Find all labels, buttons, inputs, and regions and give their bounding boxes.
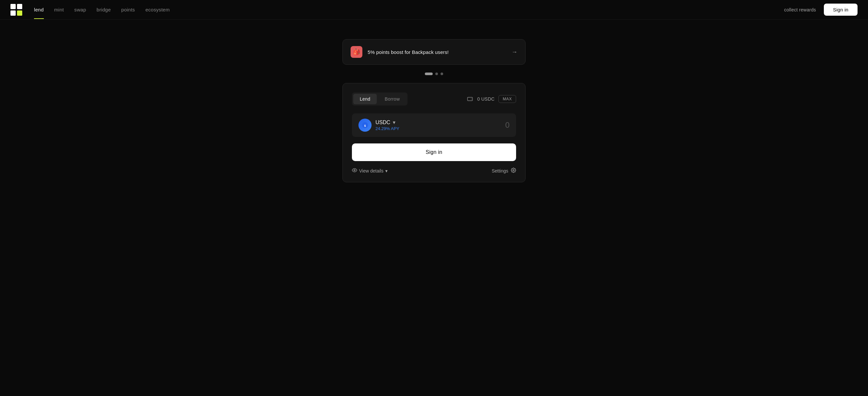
token-selector[interactable]: $ USDC ▾ 24.29% APY 0 xyxy=(352,113,516,137)
navbar-left: lend mint swap bridge points ecosystem xyxy=(10,4,170,16)
token-info: USDC ▾ 24.29% APY xyxy=(375,119,399,131)
gear-icon xyxy=(511,168,516,174)
svg-point-8 xyxy=(513,170,514,171)
dot-1[interactable] xyxy=(425,72,433,75)
svg-text:$: $ xyxy=(364,124,366,127)
svg-rect-2 xyxy=(10,10,16,16)
svg-rect-3 xyxy=(17,10,22,16)
bottom-row: View details ▾ Settings xyxy=(352,168,516,174)
sign-in-button-nav[interactable]: Sign in xyxy=(824,4,858,16)
token-amount-input[interactable]: 0 xyxy=(505,121,509,130)
view-details-label: View details xyxy=(359,168,383,173)
tab-lend[interactable]: Lend xyxy=(353,94,377,104)
tabs-row: Lend Borrow 0 USDC MAX xyxy=(352,93,516,105)
collect-rewards-link[interactable]: collect rewards xyxy=(784,7,816,12)
logo[interactable] xyxy=(10,4,22,16)
view-details-chevron-icon: ▾ xyxy=(385,168,388,173)
banner[interactable]: 🎒 5% points boost for Backpack users! → xyxy=(342,39,526,65)
svg-rect-4 xyxy=(468,97,473,101)
nav-links: lend mint swap bridge points ecosystem xyxy=(34,7,170,12)
balance-row: 0 USDC MAX xyxy=(467,95,516,103)
nav-link-points[interactable]: points xyxy=(121,7,135,12)
max-button[interactable]: MAX xyxy=(498,95,516,103)
carousel-dots xyxy=(425,72,443,75)
token-icon-usdc: $ xyxy=(359,119,372,132)
banner-text: 5% points boost for Backpack users! xyxy=(368,50,449,55)
banner-arrow-icon: → xyxy=(512,49,518,56)
nav-link-swap[interactable]: swap xyxy=(74,7,86,12)
dot-3[interactable] xyxy=(440,72,443,75)
view-details[interactable]: View details ▾ xyxy=(352,168,388,174)
token-selector-button[interactable]: USDC ▾ xyxy=(375,119,399,126)
nav-link-bridge[interactable]: bridge xyxy=(96,7,111,12)
settings-label: Settings xyxy=(492,168,508,173)
token-name: USDC xyxy=(375,120,390,126)
sign-in-button-main[interactable]: Sign in xyxy=(352,143,516,161)
settings-row[interactable]: Settings xyxy=(492,168,516,174)
navbar: lend mint swap bridge points ecosystem c… xyxy=(0,0,868,20)
svg-rect-0 xyxy=(10,4,16,9)
svg-rect-1 xyxy=(17,4,22,9)
nav-link-ecosystem[interactable]: ecosystem xyxy=(146,7,170,12)
balance-text: 0 USDC xyxy=(477,96,495,102)
svg-point-7 xyxy=(354,170,355,171)
nav-link-mint[interactable]: mint xyxy=(54,7,64,12)
nav-link-lend[interactable]: lend xyxy=(34,7,44,12)
banner-left: 🎒 5% points boost for Backpack users! xyxy=(350,46,449,58)
dot-2[interactable] xyxy=(435,72,438,75)
token-apy: 24.29% APY xyxy=(375,126,399,131)
token-left: $ USDC ▾ 24.29% APY xyxy=(359,119,399,132)
chevron-down-icon: ▾ xyxy=(393,119,395,126)
banner-icon: 🎒 xyxy=(350,46,362,58)
wallet-icon xyxy=(467,96,473,102)
main-content: 🎒 5% points boost for Backpack users! → … xyxy=(0,20,868,202)
tab-borrow[interactable]: Borrow xyxy=(378,94,406,104)
tabs: Lend Borrow xyxy=(352,93,407,105)
lend-borrow-card: Lend Borrow 0 USDC MAX xyxy=(342,83,526,182)
navbar-right: collect rewards Sign in xyxy=(784,4,858,16)
eye-icon xyxy=(352,168,357,174)
